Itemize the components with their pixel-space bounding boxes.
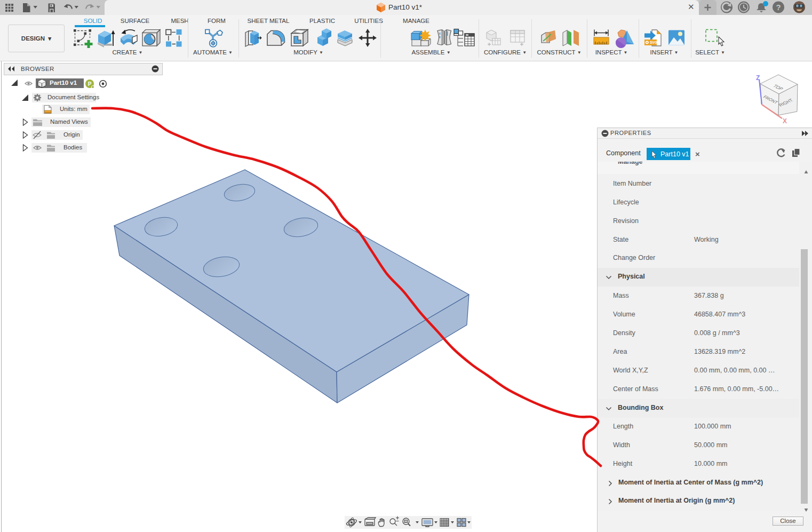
svg-text:P: P — [88, 81, 92, 87]
svg-text:X: X — [783, 117, 787, 125]
svg-text:Z: Z — [756, 74, 760, 82]
svg-text:?: ? — [776, 3, 781, 12]
svg-text:SVG: SVG — [650, 41, 657, 44]
